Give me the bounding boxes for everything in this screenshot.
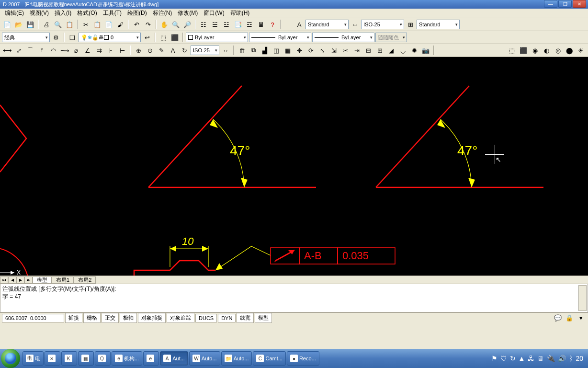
dim-linear-icon[interactable]: ⟷: [2, 45, 12, 56]
extend-icon[interactable]: ⇥: [351, 45, 362, 56]
camera-icon[interactable]: 📷: [420, 45, 431, 56]
tray-power-icon[interactable]: 🔌: [547, 355, 555, 362]
menu-help[interactable]: 帮助(H): [227, 8, 253, 18]
copy-icon[interactable]: 📋: [92, 19, 102, 30]
drawing-canvas[interactable]: 47° 47° X 10 A-B 0.035 ↖: [0, 57, 588, 284]
fillet-icon[interactable]: ◡: [397, 45, 408, 56]
close-button[interactable]: ✕: [573, 0, 586, 8]
toggle-ortho[interactable]: 正交: [102, 313, 119, 323]
3dorbit-icon[interactable]: ◉: [530, 45, 540, 56]
block-icon[interactable]: ⬚: [158, 32, 169, 43]
tab-layout1[interactable]: 布局1: [52, 276, 74, 284]
help-icon[interactable]: ?: [267, 19, 278, 30]
toggle-osnap[interactable]: 对象捕捉: [138, 313, 166, 323]
tab-next-icon[interactable]: ▶: [16, 276, 24, 284]
dimstyle-dropdown[interactable]: ISO-25: [361, 20, 404, 29]
menu-view[interactable]: 视图(V): [27, 8, 52, 18]
menu-dim[interactable]: 标注(N): [150, 8, 175, 18]
task-item-8[interactable]: WAuto...: [189, 351, 220, 366]
layer-dropdown[interactable]: 💡❄🔓🖶 0: [79, 33, 141, 42]
workspace-dropdown[interactable]: 经典: [2, 33, 50, 42]
render-icon[interactable]: ◎: [553, 45, 563, 56]
minimize-button[interactable]: —: [544, 0, 557, 8]
save-icon[interactable]: 💾: [25, 19, 35, 30]
maximize-button[interactable]: ❐: [558, 0, 572, 8]
cmd-scrollbar[interactable]: [578, 285, 587, 311]
lineweight-dropdown[interactable]: ByLayer: [312, 33, 374, 42]
dimstyle-icon[interactable]: ↔: [350, 19, 360, 30]
sheet-icon[interactable]: 📑: [233, 19, 243, 30]
tab-last-icon[interactable]: ⏭: [24, 276, 33, 284]
textstyle-dropdown[interactable]: Standard: [305, 20, 349, 29]
tablestyle-dropdown[interactable]: Standard: [417, 20, 460, 29]
publish-icon[interactable]: 📋: [64, 19, 75, 30]
toggle-dyn[interactable]: DYN: [218, 314, 236, 322]
task-item-10[interactable]: CCamt...: [253, 351, 285, 366]
copy2-icon[interactable]: ⧉: [248, 45, 259, 56]
matl-icon[interactable]: ⬤: [564, 45, 575, 56]
dim-cont-icon[interactable]: ⊢: [117, 45, 127, 56]
dim-ord-icon[interactable]: ⟟: [36, 45, 47, 56]
task-item-11[interactable]: ●Reco...: [287, 351, 319, 366]
toggle-grid[interactable]: 栅格: [83, 313, 101, 323]
zoom-prev-icon[interactable]: 🔎: [182, 19, 192, 30]
layer-prev-icon[interactable]: ↩: [142, 32, 152, 43]
join-icon[interactable]: ⊞: [374, 45, 385, 56]
scale-icon[interactable]: ⤡: [317, 45, 328, 56]
task-item-6[interactable]: e: [143, 351, 159, 366]
coord-readout[interactable]: 606.6007, 0.0000: [2, 314, 64, 322]
menu-modify[interactable]: 修改(M): [175, 8, 201, 18]
tray-vol-icon[interactable]: 🔊: [558, 355, 566, 362]
task-item-0[interactable]: 电电: [23, 351, 44, 366]
status-comm-icon[interactable]: 💬: [553, 313, 563, 323]
tablestyle-icon[interactable]: ⊞: [405, 19, 416, 30]
start-button[interactable]: [1, 349, 20, 368]
layer-manager-icon[interactable]: ❏: [67, 32, 78, 43]
task-item-5[interactable]: e机构...: [112, 351, 142, 366]
ws-settings-icon[interactable]: ⚙: [51, 32, 61, 43]
dim-base-icon[interactable]: ⊦: [105, 45, 116, 56]
dim-dia-icon[interactable]: ⌀: [71, 45, 81, 56]
menu-tools[interactable]: 工具(T): [100, 8, 124, 18]
tab-first-icon[interactable]: ⏮: [0, 276, 8, 284]
dim-tol-icon[interactable]: ⊕: [133, 45, 144, 56]
match-icon[interactable]: 🖌: [115, 19, 125, 30]
redo-icon[interactable]: ↷: [143, 19, 153, 30]
tab-model[interactable]: 模型: [33, 276, 52, 284]
dimstyle-mgr-icon[interactable]: ↔: [220, 45, 231, 56]
tab-prev-icon[interactable]: ◀: [8, 276, 16, 284]
task-item-9[interactable]: 📁Auto...: [221, 351, 252, 366]
status-lock-icon[interactable]: 🔒: [564, 313, 575, 323]
mirror-icon[interactable]: ▟: [260, 45, 270, 56]
3dview-icon[interactable]: ⬛: [518, 45, 529, 56]
status-tray-icon[interactable]: ▾: [576, 313, 586, 323]
zoom-icon[interactable]: 🔍: [170, 19, 181, 30]
tray-shield-icon[interactable]: 🛡: [500, 355, 507, 362]
toggle-ducs[interactable]: DUCS: [195, 314, 217, 322]
task-item-7[interactable]: AAut...: [160, 351, 188, 366]
insert-icon[interactable]: ⬛: [170, 32, 180, 43]
pan-icon[interactable]: ✋: [159, 19, 170, 30]
tray-net-icon[interactable]: 🖧: [528, 355, 534, 362]
tray-display-icon[interactable]: 🖥: [537, 355, 544, 362]
dim-center-icon[interactable]: ⊙: [145, 45, 155, 56]
task-item-3[interactable]: ▦: [78, 351, 94, 366]
dim-aligned-icon[interactable]: ⤢: [13, 45, 24, 56]
new-icon[interactable]: 📄: [2, 19, 12, 30]
dc-icon[interactable]: ☱: [210, 19, 220, 30]
vis-icon[interactable]: ◐: [541, 45, 552, 56]
linetype-dropdown[interactable]: ByLayer: [249, 33, 311, 42]
dim-tedit-icon[interactable]: A: [168, 45, 178, 56]
textstyle-icon[interactable]: A: [294, 19, 305, 30]
dimstyle-tb-dropdown[interactable]: ISO-25: [191, 46, 219, 55]
tray-flag-icon[interactable]: ⚑: [491, 355, 498, 362]
cut-icon[interactable]: ✂: [80, 19, 91, 30]
task-item-2[interactable]: K: [61, 351, 77, 366]
tool-pal-icon[interactable]: ☳: [221, 19, 232, 30]
trim-icon[interactable]: ✂: [340, 45, 351, 56]
tray-up-icon[interactable]: ▲: [519, 355, 525, 362]
menu-insert[interactable]: 插入(I): [52, 8, 74, 18]
chamfer-icon[interactable]: ◢: [386, 45, 396, 56]
menu-draw[interactable]: 绘图(D): [124, 8, 150, 18]
erase-icon[interactable]: 🗑: [237, 45, 247, 56]
